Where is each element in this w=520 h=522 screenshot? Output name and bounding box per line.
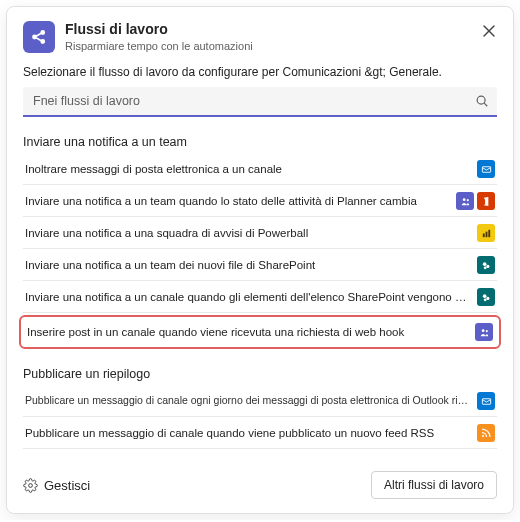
manage-label: Gestisci <box>44 478 90 493</box>
svg-point-1 <box>41 31 44 34</box>
svg-point-19 <box>486 296 489 299</box>
svg-point-20 <box>483 298 486 301</box>
flow-label: Pubblicare un messaggio di canale ogni g… <box>25 394 469 407</box>
svg-rect-12 <box>482 233 484 237</box>
panel-title: Flussi di lavoro <box>65 21 253 38</box>
panel-subtitle: Risparmiare tempo con le automazioni <box>65 40 253 53</box>
flow-badges <box>477 256 495 274</box>
powerbi-icon <box>477 224 495 242</box>
flow-badges <box>477 160 495 178</box>
search-icon <box>475 94 489 108</box>
close-button[interactable] <box>479 21 499 41</box>
sections-container: Inviare una notifica a un teamInoltrare … <box>23 135 497 449</box>
flow-badges <box>477 424 495 442</box>
sharepoint-icon <box>477 256 495 274</box>
flow-row[interactable]: Inviare una notifica a un team quando lo… <box>23 185 497 217</box>
manage-button[interactable]: Gestisci <box>23 478 90 493</box>
config-prompt: Selezionare il flusso di lavoro da confi… <box>23 65 497 79</box>
svg-line-4 <box>36 38 41 41</box>
flow-label: Inserire post in un canale quando viene … <box>27 325 467 339</box>
rss-icon <box>477 424 495 442</box>
more-workflows-button[interactable]: Altri flussi di lavoro <box>371 471 497 499</box>
svg-point-16 <box>486 264 489 267</box>
search-input[interactable] <box>31 93 475 109</box>
flow-badges <box>477 288 495 306</box>
flow-row[interactable]: Inviare una notifica a un team dei nuovi… <box>23 249 497 281</box>
flow-row[interactable]: Inserire post in un canale quando viene … <box>19 315 501 349</box>
flow-row[interactable]: Inviare una notifica a un canale quando … <box>23 281 497 313</box>
svg-point-18 <box>482 294 486 298</box>
svg-point-22 <box>485 330 487 332</box>
flow-badges <box>475 323 493 341</box>
panel-header: Flussi di lavoro Risparmiare tempo con l… <box>23 21 497 53</box>
header-text: Flussi di lavoro Risparmiare tempo con l… <box>65 21 253 53</box>
flow-label: Inviare una notifica a una squadra di av… <box>25 226 469 240</box>
flow-row[interactable]: Pubblicare un messaggio di canale quando… <box>23 417 497 449</box>
flow-label: Inviare una notifica a un team dei nuovi… <box>25 258 469 272</box>
svg-line-3 <box>36 33 41 36</box>
svg-point-0 <box>33 35 36 38</box>
teams-icon <box>475 323 493 341</box>
svg-point-24 <box>482 435 484 437</box>
svg-rect-13 <box>485 231 487 237</box>
svg-line-8 <box>484 103 487 106</box>
svg-point-21 <box>481 329 484 332</box>
flow-label: Pubblicare un messaggio di canale quando… <box>25 426 469 440</box>
svg-point-7 <box>477 96 485 104</box>
svg-point-25 <box>29 483 33 487</box>
teams-icon <box>456 192 474 210</box>
flow-badges <box>477 224 495 242</box>
workflow-app-icon <box>23 21 55 53</box>
flow-badges <box>456 192 495 210</box>
svg-point-10 <box>462 198 465 201</box>
flow-row[interactable]: Inviare una notifica a una squadra di av… <box>23 217 497 249</box>
flow-label: Inviare una notifica a un team quando lo… <box>25 194 448 208</box>
gear-icon <box>23 478 38 493</box>
svg-point-11 <box>466 199 468 201</box>
workflows-panel: Flussi di lavoro Risparmiare tempo con l… <box>6 6 514 514</box>
section-label: Pubblicare un riepilogo <box>23 367 497 381</box>
sharepoint-icon <box>477 288 495 306</box>
section-label: Inviare una notifica a un team <box>23 135 497 149</box>
flow-badges <box>477 392 495 410</box>
flow-label: Inoltrare messaggi di posta elettronica … <box>25 162 469 176</box>
flow-row[interactable]: Pubblicare un messaggio di canale ogni g… <box>23 385 497 417</box>
search-field-wrap[interactable] <box>23 87 497 117</box>
outlook-icon <box>477 160 495 178</box>
svg-point-17 <box>483 266 486 269</box>
svg-rect-14 <box>488 229 490 236</box>
outlook-icon <box>477 392 495 410</box>
office-icon <box>477 192 495 210</box>
close-icon <box>482 24 496 38</box>
svg-point-2 <box>41 40 44 43</box>
flow-label: Inviare una notifica a un canale quando … <box>25 290 469 304</box>
panel-footer: Gestisci Altri flussi di lavoro <box>23 471 497 499</box>
flow-row[interactable]: Inoltrare messaggi di posta elettronica … <box>23 153 497 185</box>
svg-point-15 <box>482 262 486 266</box>
